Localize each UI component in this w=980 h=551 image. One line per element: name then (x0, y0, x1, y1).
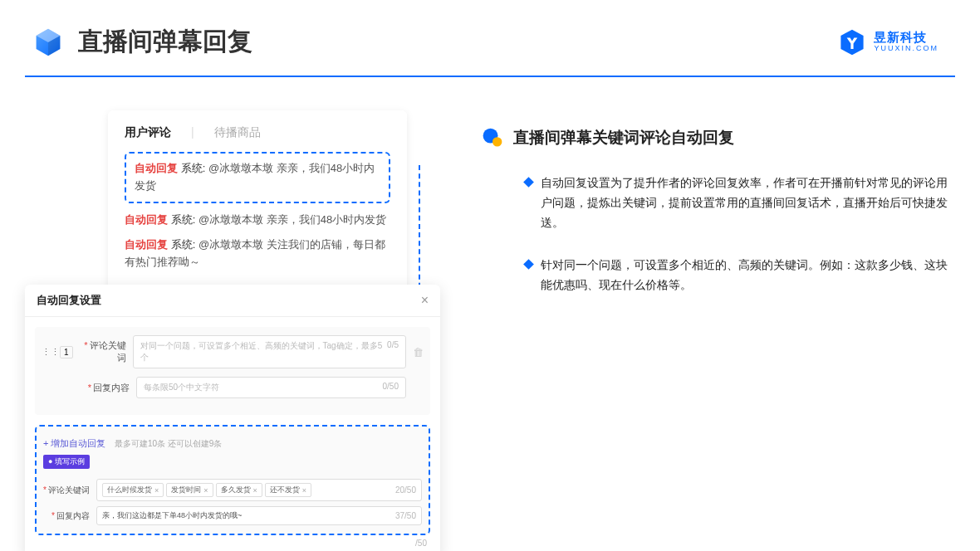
tab-divider: | (191, 125, 194, 140)
keyword-input[interactable]: 对同一个问题，可设置多个相近、高频的关键词，Tag确定，最多5个 0/5 (133, 335, 406, 368)
cube-icon (33, 27, 63, 57)
add-reply-link[interactable]: + 增加自动回复 (43, 438, 105, 448)
svg-point-1 (492, 137, 502, 146)
delete-icon[interactable]: 🗑 (413, 346, 424, 358)
example-section: + 增加自动回复 最多可建10条 还可以创建9条 ● 填写示例 *评论关键词 什… (35, 425, 430, 535)
modal-title: 自动回复设置 (37, 293, 101, 308)
example-badge: ● 填写示例 (43, 455, 90, 469)
tab-comments[interactable]: 用户评论 (125, 125, 171, 140)
content-input[interactable]: 每条限50个中文字符 0/50 (136, 377, 406, 398)
bullet-icon (523, 260, 534, 271)
comments-panel: 用户评论 | 待播商品 自动回复 系统: @冰墩墩本墩 亲亲，我们48小时内发货… (108, 110, 407, 295)
auto-reply-tag: 自动回复 (135, 162, 178, 174)
keyword-tag[interactable]: 发货时间× (166, 483, 213, 497)
comment-row: 自动回复 系统: @冰墩墩本墩 亲亲，我们48小时内发货 (125, 212, 390, 229)
example-content-label: *回复内容 (43, 510, 90, 522)
brand-logo: 昱新科技 YUUXIN.COM (839, 29, 938, 56)
row-number: 1 (60, 346, 73, 358)
bullet-item: 针对同一个问题，可设置多个相近的、高频的关键词。例如：这款多少钱、这块能优惠吗、… (525, 256, 955, 295)
comment-row: 自动回复 系统: @冰墩墩本墩 关注我们的店铺，每日都有热门推荐呦～ (125, 236, 390, 271)
logo-text-sub: YUUXIN.COM (874, 45, 938, 53)
content-label: *回复内容 (83, 382, 130, 394)
example-content-input[interactable]: 亲，我们这边都是下单48小时内发货的哦~ 37/50 (96, 506, 422, 525)
keyword-tag[interactable]: 什么时候发货× (102, 483, 164, 497)
page-title: 直播间弹幕回复 (78, 25, 252, 59)
auto-reply-modal: 自动回复设置 × ⋮⋮ 1 *评论关键词 对同一个问题，可设置多个相近、高频的关… (25, 285, 440, 551)
highlighted-comment: 自动回复 系统: @冰墩墩本墩 亲亲，我们48小时内发货 (125, 152, 390, 203)
drag-handle-icon[interactable]: ⋮⋮ (42, 347, 53, 358)
footer-counter: /50 (25, 535, 440, 548)
close-icon[interactable]: × (421, 293, 429, 308)
bullet-item: 自动回复设置为了提升作者的评论回复效率，作者可在开播前针对常见的评论用户问题，提… (525, 173, 955, 232)
section-title: 直播间弹幕关键词评论自动回复 (513, 127, 734, 149)
logo-text-main: 昱新科技 (874, 31, 938, 45)
keyword-tag[interactable]: 多久发货× (216, 483, 262, 497)
tabs: 用户评论 | 待播商品 (125, 125, 390, 140)
keyword-tag[interactable]: 还不发货× (265, 483, 311, 497)
chat-bubble-icon (482, 127, 503, 149)
add-hint: 最多可建10条 还可以创建9条 (115, 439, 222, 448)
keyword-label: *评论关键词 (80, 339, 126, 364)
example-keyword-label: *评论关键词 (43, 485, 90, 496)
bullet-icon (523, 177, 534, 188)
system-tag: 系统: (181, 162, 206, 174)
example-keyword-input[interactable]: 什么时候发货×发货时间×多久发货×还不发货× 20/50 (96, 479, 422, 501)
tab-pending[interactable]: 待播商品 (214, 125, 261, 140)
logo-icon (839, 29, 865, 56)
